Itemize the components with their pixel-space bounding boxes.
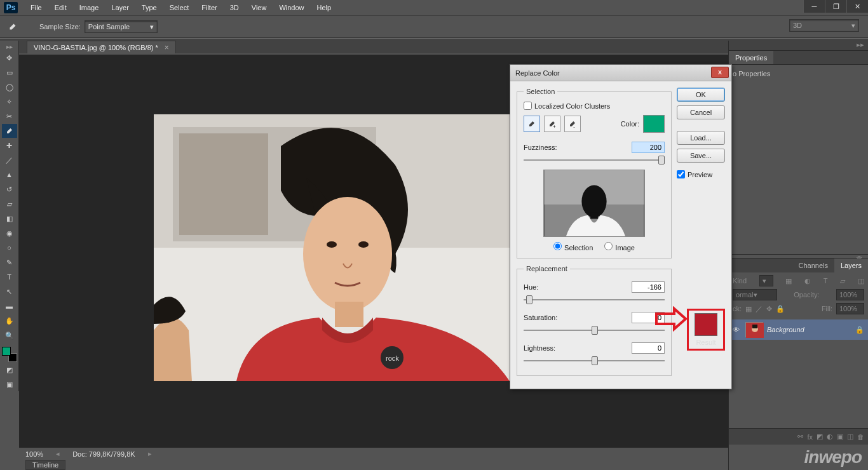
hue-slider[interactable] — [524, 294, 665, 306]
fuzziness-slider[interactable] — [524, 154, 665, 166]
dialog-title-bar[interactable]: Replace Color X — [510, 65, 731, 81]
new-layer-icon[interactable]: ◫ — [847, 433, 853, 441]
window-minimize-icon[interactable]: ─ — [803, 0, 825, 13]
radio-image[interactable]: Image — [604, 242, 635, 252]
move-tool-icon[interactable]: ✥ — [2, 51, 17, 65]
sample-size-select[interactable]: Point Sample ▾ — [85, 20, 158, 33]
menu-layer[interactable]: Layer — [105, 0, 135, 15]
ok-button[interactable]: OK — [677, 88, 725, 102]
zoom-level[interactable]: 100% — [25, 450, 43, 458]
radio-selection-input[interactable] — [553, 242, 562, 250]
filter-type-icon[interactable]: T — [824, 277, 828, 285]
menu-view[interactable]: View — [245, 0, 273, 15]
menu-type[interactable]: Type — [135, 0, 163, 15]
foreground-color-swatch[interactable] — [2, 347, 11, 356]
blur-tool-icon[interactable]: ◉ — [2, 226, 17, 240]
dialog-close-button[interactable]: X — [711, 67, 729, 78]
fill-select[interactable]: 100% — [836, 303, 864, 314]
eyedropper-add-button[interactable]: + — [544, 116, 560, 132]
adjustment-icon[interactable]: ◐ — [827, 433, 833, 441]
close-icon[interactable]: × — [165, 43, 169, 52]
menu-window[interactable]: Window — [273, 0, 310, 15]
saturation-slider[interactable] — [524, 325, 665, 336]
gradient-tool-icon[interactable]: ◧ — [2, 211, 17, 225]
menu-file[interactable]: File — [24, 0, 48, 15]
lightness-input[interactable] — [632, 342, 665, 354]
menu-select[interactable]: Select — [163, 0, 196, 15]
magic-wand-tool-icon[interactable]: ✧ — [2, 95, 17, 109]
blend-mode-select[interactable]: ormal ▾ — [733, 289, 777, 300]
heal-tool-icon[interactable]: ✚ — [2, 138, 17, 152]
radio-image-input[interactable] — [604, 242, 613, 250]
link-icon[interactable]: ⚯ — [797, 433, 803, 441]
layer-item-background[interactable]: 👁 Background 🔒 — [729, 319, 868, 340]
lasso-tool-icon[interactable]: ◯ — [2, 80, 17, 94]
layer-thumbnail[interactable] — [745, 322, 763, 337]
hue-input[interactable] — [632, 281, 665, 293]
menu-filter[interactable]: Filter — [195, 0, 223, 15]
pen-tool-icon[interactable]: ✎ — [2, 255, 17, 269]
window-close-icon[interactable]: ✕ — [846, 0, 868, 13]
doc-tab[interactable]: VINO-G-BASTIA.jpg @ 100% (RGB/8) * × — [27, 41, 176, 53]
zoom-tool-icon[interactable]: 🔍 — [2, 328, 17, 342]
window-restore-icon[interactable]: ❐ — [825, 0, 846, 13]
result-color-swatch[interactable] — [695, 313, 717, 336]
preview-checkbox[interactable] — [677, 170, 685, 178]
properties-tab[interactable]: Properties — [729, 51, 773, 64]
stamp-tool-icon[interactable]: ▲ — [2, 168, 17, 182]
menu-image[interactable]: Image — [73, 0, 105, 15]
fuzziness-input[interactable] — [632, 142, 665, 153]
save-button[interactable]: Save... — [677, 149, 725, 163]
filter-adjust-icon[interactable]: ◐ — [804, 277, 811, 285]
panel-collapse-bar[interactable]: ▸▸ — [729, 41, 868, 51]
mode-3d-select[interactable]: 3D ▾ — [789, 19, 859, 32]
localized-checkbox[interactable] — [524, 102, 532, 110]
path-tool-icon[interactable]: ↖ — [2, 285, 17, 299]
menu-help[interactable]: Help — [311, 0, 338, 15]
menu-3d[interactable]: 3D — [224, 0, 245, 15]
lightness-slider[interactable] — [524, 355, 665, 366]
kind-select[interactable]: ▾ — [759, 275, 773, 286]
chevron-right-icon[interactable]: ▸ — [148, 450, 152, 458]
filter-pixel-icon[interactable]: ▦ — [785, 277, 792, 285]
eyedropper-sub-button[interactable]: - — [564, 116, 581, 132]
hand-tool-icon[interactable]: ✋ — [2, 314, 17, 328]
fx-icon[interactable]: fx — [807, 433, 813, 441]
cancel-button[interactable]: Cancel — [677, 105, 725, 119]
tools-collapse-icon[interactable]: ▸▸ — [6, 43, 13, 50]
eraser-tool-icon[interactable]: ▱ — [2, 197, 17, 211]
history-brush-tool-icon[interactable]: ↺ — [2, 182, 17, 196]
screenmode-tool-icon[interactable]: ▣ — [2, 377, 17, 391]
lock-all-icon[interactable]: 🔒 — [776, 305, 785, 313]
color-swatches[interactable] — [2, 347, 17, 362]
lock-paint-icon[interactable]: ／ — [756, 304, 763, 314]
crop-tool-icon[interactable]: ✂ — [2, 109, 17, 123]
shape-tool-icon[interactable]: ▬ — [2, 299, 17, 313]
dodge-tool-icon[interactable]: ○ — [2, 241, 17, 255]
menu-bar: Ps File Edit Image Layer Type Select Fil… — [0, 0, 868, 15]
load-button[interactable]: Load... — [677, 131, 725, 145]
filter-shape-icon[interactable]: ▱ — [840, 277, 845, 285]
visibility-icon[interactable]: 👁 — [733, 326, 742, 333]
filter-smart-icon[interactable]: ◫ — [858, 277, 864, 285]
opacity-select[interactable]: 100% — [836, 289, 864, 300]
channels-tab[interactable]: Channels — [792, 258, 834, 272]
menu-edit[interactable]: Edit — [48, 0, 73, 15]
lock-trans-icon[interactable]: ▦ — [745, 305, 752, 313]
scroll-arrow-icon[interactable]: ◂ — [56, 450, 60, 458]
radio-selection[interactable]: Selection — [553, 242, 593, 252]
delete-icon[interactable]: 🗑 — [857, 433, 864, 441]
timeline-tab[interactable]: Timeline — [25, 460, 65, 470]
layers-tab[interactable]: Layers — [834, 258, 868, 272]
mask-icon[interactable]: ◩ — [817, 433, 823, 441]
lock-pos-icon[interactable]: ✥ — [766, 305, 772, 313]
source-color-swatch[interactable] — [643, 115, 665, 133]
eyedropper-button[interactable] — [524, 116, 540, 132]
brush-tool-icon[interactable]: ／ — [2, 153, 17, 167]
quickmask-tool-icon[interactable]: ◩ — [2, 363, 17, 377]
type-tool-icon[interactable]: T — [2, 270, 17, 284]
group-icon[interactable]: ▣ — [837, 433, 843, 441]
eyedropper-tool-icon[interactable] — [2, 124, 17, 138]
marquee-tool-icon[interactable]: ▭ — [2, 65, 17, 79]
lock-icon[interactable]: 🔒 — [855, 326, 864, 334]
